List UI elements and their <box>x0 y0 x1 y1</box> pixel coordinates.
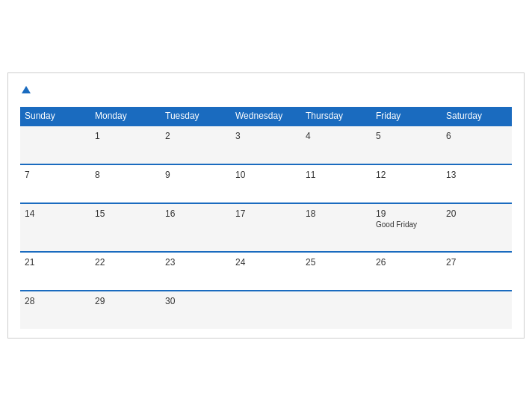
calendar-week-row: 78910111213 <box>20 164 512 203</box>
calendar-day-cell: 21 <box>20 252 90 291</box>
calendar-day-cell: 4 <box>301 126 371 164</box>
calendar-day-cell: 9 <box>161 164 231 203</box>
day-number: 15 <box>95 208 105 219</box>
weekday-header-tuesday: Tuesday <box>161 107 231 126</box>
calendar-day-cell: 19Good Friday <box>371 203 442 252</box>
calendar-day-cell: 22 <box>90 252 161 291</box>
weekday-header-sunday: Sunday <box>20 107 90 126</box>
calendar-week-row: 21222324252627 <box>20 252 512 291</box>
day-number: 22 <box>95 257 105 268</box>
day-number: 14 <box>25 208 34 219</box>
calendar-day-cell: 17 <box>231 203 301 252</box>
day-number: 8 <box>95 170 100 180</box>
day-number: 19 <box>376 208 386 219</box>
calendar-day-cell: 10 <box>231 164 301 203</box>
calendar-day-cell: 16 <box>161 203 231 252</box>
calendar-day-cell: 2 <box>161 126 231 164</box>
calendar-day-cell: 12 <box>371 164 442 203</box>
calendar-day-cell: 13 <box>442 164 512 203</box>
logo-blue-text <box>20 85 31 97</box>
day-number: 16 <box>165 208 175 219</box>
calendar-day-cell: 3 <box>231 126 301 164</box>
day-number: 5 <box>376 131 381 141</box>
calendar-header <box>20 85 512 97</box>
day-number: 28 <box>25 296 34 306</box>
day-number: 27 <box>446 257 456 268</box>
day-number: 10 <box>235 170 245 180</box>
weekday-header-monday: Monday <box>90 107 161 126</box>
calendar-day-cell: 24 <box>231 252 301 291</box>
calendar-day-cell <box>231 291 301 329</box>
day-number: 26 <box>376 257 386 268</box>
day-number: 11 <box>306 170 315 180</box>
day-number: 18 <box>306 208 315 219</box>
holiday-label: Good Friday <box>376 220 437 229</box>
calendar-day-cell: 26 <box>371 252 442 291</box>
calendar-day-cell: 25 <box>301 252 371 291</box>
day-number: 30 <box>165 296 175 306</box>
calendar-day-cell: 5 <box>371 126 442 164</box>
day-number: 17 <box>235 208 245 219</box>
day-number: 21 <box>25 257 34 268</box>
calendar-day-cell: 1 <box>90 126 161 164</box>
day-number: 7 <box>25 170 30 180</box>
calendar-day-cell: 8 <box>90 164 161 203</box>
calendar-week-row: 282930 <box>20 291 512 329</box>
day-number: 23 <box>165 257 175 268</box>
weekday-header-thursday: Thursday <box>301 107 371 126</box>
calendar-container: SundayMondayTuesdayWednesdayThursdayFrid… <box>7 72 525 339</box>
day-number: 4 <box>306 131 311 141</box>
calendar-table: SundayMondayTuesdayWednesdayThursdayFrid… <box>20 107 512 329</box>
calendar-day-cell: 14 <box>20 203 90 252</box>
calendar-day-cell: 6 <box>442 126 512 164</box>
calendar-day-cell: 18 <box>301 203 371 252</box>
calendar-day-cell: 23 <box>161 252 231 291</box>
weekday-header-row: SundayMondayTuesdayWednesdayThursdayFrid… <box>20 107 512 126</box>
calendar-day-cell: 29 <box>90 291 161 329</box>
calendar-day-cell: 11 <box>301 164 371 203</box>
calendar-week-row: 123456 <box>20 126 512 164</box>
day-number: 25 <box>306 257 315 268</box>
day-number: 20 <box>446 208 456 219</box>
day-number: 13 <box>446 170 456 180</box>
weekday-header-saturday: Saturday <box>442 107 512 126</box>
day-number: 1 <box>95 131 100 141</box>
calendar-day-cell: 27 <box>442 252 512 291</box>
day-number: 9 <box>165 170 170 180</box>
day-number: 12 <box>376 170 386 180</box>
weekday-header-wednesday: Wednesday <box>231 107 301 126</box>
day-number: 6 <box>446 131 451 141</box>
logo-triangle-icon <box>22 86 31 93</box>
logo <box>20 85 31 97</box>
calendar-day-cell <box>301 291 371 329</box>
calendar-day-cell: 20 <box>442 203 512 252</box>
calendar-week-row: 141516171819Good Friday20 <box>20 203 512 252</box>
calendar-day-cell <box>442 291 512 329</box>
day-number: 24 <box>235 257 245 268</box>
calendar-day-cell: 15 <box>90 203 161 252</box>
day-number: 3 <box>235 131 241 141</box>
day-number: 2 <box>165 131 170 141</box>
weekday-header-friday: Friday <box>371 107 442 126</box>
calendar-day-cell: 30 <box>161 291 231 329</box>
calendar-day-cell: 28 <box>20 291 90 329</box>
calendar-day-cell <box>20 126 90 164</box>
day-number: 29 <box>95 296 105 306</box>
calendar-day-cell: 7 <box>20 164 90 203</box>
calendar-day-cell <box>371 291 442 329</box>
